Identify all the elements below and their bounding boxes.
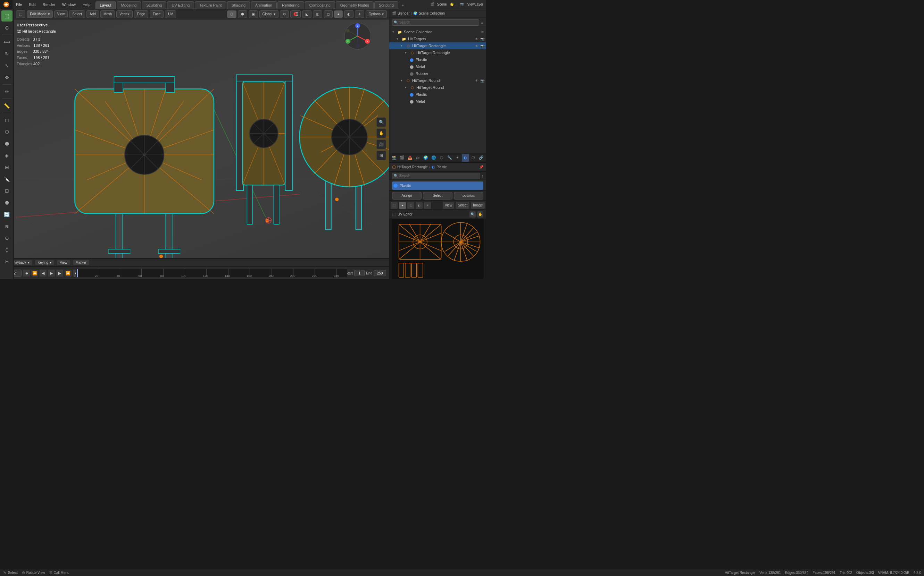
jump-start-btn[interactable]: ⏮ xyxy=(23,270,30,277)
options-btn[interactable]: Options ▾ xyxy=(366,10,387,18)
tool-annotate[interactable]: ✏ xyxy=(2,86,13,97)
face-header-btn[interactable]: Face xyxy=(150,10,164,18)
nav-pin-icon[interactable]: 📌 xyxy=(479,165,483,169)
tool-spin[interactable]: 🔄 xyxy=(2,209,13,220)
tab-compositing[interactable]: Compositing xyxy=(305,2,335,9)
select-bottom-btn[interactable]: Select xyxy=(456,202,470,209)
constraints-icon[interactable]: 🔗 xyxy=(478,154,485,162)
visibility-icon[interactable]: 👁 xyxy=(474,37,479,41)
view-type-btn[interactable]: ⬚ xyxy=(391,202,398,209)
tree-material-metal[interactable]: ⬤ Metal xyxy=(389,63,486,70)
select-header-btn[interactable]: Select xyxy=(69,10,85,18)
play-btn[interactable]: ▶ xyxy=(48,270,55,277)
step-back-btn[interactable]: ◀ xyxy=(40,270,47,277)
face-mode-btn[interactable]: ▣ xyxy=(249,10,258,18)
tool-bevel[interactable]: ◈ xyxy=(2,150,13,161)
tool-bisect[interactable]: ⊟ xyxy=(2,185,13,197)
object-icon[interactable]: ⬡ xyxy=(438,154,446,162)
tree-scene-collection[interactable]: ▾ 📁 Scene Collection 👁 xyxy=(389,29,486,35)
select-btn[interactable]: Select xyxy=(423,192,452,200)
tab-sculpting[interactable]: Sculpting xyxy=(142,2,166,9)
vertex-header-btn[interactable]: Vertex xyxy=(116,10,132,18)
tool-loop-cut[interactable]: ⊞ xyxy=(2,162,13,173)
tool-select[interactable]: ⬚ xyxy=(2,10,13,21)
menu-edit[interactable]: Edit xyxy=(26,0,39,9)
tool-knife[interactable]: 🔪 xyxy=(2,173,13,185)
visibility-icon[interactable]: 👁 xyxy=(474,43,479,48)
outliner-search-input[interactable] xyxy=(399,21,478,24)
tab-modeling[interactable]: Modeling xyxy=(117,2,141,9)
tab-animation[interactable]: Animation xyxy=(251,2,277,9)
wire-type-btn[interactable]: ◻ xyxy=(407,202,414,209)
mat-type-btn[interactable]: ◐ xyxy=(415,202,423,209)
global-transform-btn[interactable]: Global ▾ xyxy=(259,10,279,18)
deselect-btn[interactable]: Deselect xyxy=(454,192,483,200)
proportional-edit-btn[interactable]: ⊙ xyxy=(280,10,289,18)
uv-pan-btn[interactable]: ✋ xyxy=(477,211,483,218)
tab-scripting[interactable]: Scripting xyxy=(374,2,398,9)
solid-type-btn[interactable]: ● xyxy=(399,202,406,209)
view-header-btn[interactable]: View xyxy=(54,10,68,18)
tool-shear[interactable]: ⟨⟩ xyxy=(2,244,13,255)
tool-cursor[interactable]: ⊕ xyxy=(2,22,13,33)
camera-icon[interactable]: 📷 xyxy=(480,43,485,48)
tool-extrude[interactable]: ⬡ xyxy=(2,126,13,138)
tool-measure[interactable]: 📏 xyxy=(2,100,13,111)
tool-polybuilder[interactable]: ⬣ xyxy=(2,197,13,208)
3d-viewport[interactable]: User Perspective (2) HitTarget.Rectangle… xyxy=(14,19,389,258)
uv-zoom-btn[interactable]: 🔍 xyxy=(470,211,476,218)
tree-round-material-metal[interactable]: ⬤ Metal xyxy=(389,98,486,105)
camera-visibility-icon[interactable]: 📷 xyxy=(480,37,485,41)
next-keyframe-btn[interactable]: ⏩ xyxy=(64,270,72,277)
data-icon[interactable]: ⬡ xyxy=(470,154,477,162)
tool-rotate[interactable]: ↻ xyxy=(2,48,13,59)
add-workspace-tab[interactable]: + xyxy=(399,2,407,9)
particles-icon[interactable]: ✦ xyxy=(454,154,461,162)
edge-header-btn[interactable]: Edge xyxy=(134,10,148,18)
mesh-header-btn[interactable]: Mesh xyxy=(100,10,115,18)
zoom-btn[interactable]: 🔍 xyxy=(376,117,386,127)
tool-transform[interactable]: ✥ xyxy=(2,72,13,83)
keying-btn[interactable]: Keying ▾ xyxy=(35,260,55,265)
xray-btn[interactable]: ◫ xyxy=(313,10,322,18)
edge-mode-btn[interactable]: ⬢ xyxy=(238,10,247,18)
rendered-type-btn[interactable]: ☀ xyxy=(424,202,431,209)
tree-round-material-plastic[interactable]: ⬤ Plastic xyxy=(389,91,486,98)
scene-icon2[interactable]: 🌍 xyxy=(422,154,430,162)
pan-btn[interactable]: ✋ xyxy=(376,128,386,138)
uv-header-btn[interactable]: UV xyxy=(165,10,176,18)
tool-shrink-fatten[interactable]: ⊙ xyxy=(2,232,13,243)
tree-hittarget-rect[interactable]: ▾ ⬡ HitTarget.Rectangle 👁 📷 xyxy=(389,42,486,49)
material-sort-btn[interactable]: ↕ xyxy=(481,174,484,178)
renderprop-icon[interactable]: 🎬 xyxy=(399,154,406,162)
blender-logo[interactable] xyxy=(0,0,13,9)
view-bottom-btn[interactable]: View xyxy=(443,202,454,209)
view-tl-btn[interactable]: View xyxy=(57,260,70,265)
wireframe-btn[interactable]: ◻ xyxy=(324,10,333,18)
mode-selector[interactable]: Edit Mode ▾ xyxy=(27,10,53,18)
start-frame-input[interactable] xyxy=(354,270,364,276)
camera-btn[interactable]: 🎥 xyxy=(376,139,386,149)
tree-hittarget-round[interactable]: ▾ ⬡ HitTarget.Round 👁 📷 xyxy=(389,77,486,84)
output-icon[interactable]: 📤 xyxy=(407,154,414,162)
tree-hittarget-rect-inner[interactable]: ▾ ⬡ HitTarget.Rectangle xyxy=(389,49,486,56)
timeline-bar[interactable] xyxy=(76,269,347,277)
viewlayer-icon[interactable]: 🗂 xyxy=(414,154,422,162)
tree-hittarget-round-inner[interactable]: ▾ ⬡ HitTarget.Round xyxy=(389,84,486,91)
tool-add-cube[interactable]: ◻ xyxy=(2,115,13,126)
material-search[interactable]: 🔍 Search xyxy=(392,173,480,179)
outliner-filter-btn[interactable]: ≡ xyxy=(481,21,483,25)
menu-window[interactable]: Window xyxy=(59,0,79,9)
tab-layout[interactable]: Layout xyxy=(96,2,116,9)
overlay-btn[interactable]: ⬕ xyxy=(302,10,311,18)
solid-btn[interactable]: ● xyxy=(334,10,342,18)
menu-help[interactable]: Help xyxy=(79,0,94,9)
tree-hit-targets[interactable]: ▾ 📁 Hit Targets 👁 📷 xyxy=(389,35,486,42)
tab-rendering[interactable]: Rendering xyxy=(278,2,304,9)
visibility-icon[interactable]: 👁 xyxy=(480,29,485,34)
tool-move[interactable]: ⟺ xyxy=(2,37,13,48)
tab-geometry-nodes[interactable]: Geometry Nodes xyxy=(336,2,374,9)
snap-btn[interactable]: 🧲 xyxy=(290,10,301,18)
tool-rip[interactable]: ✂ xyxy=(2,256,13,267)
marker-btn[interactable]: Marker xyxy=(73,260,89,265)
